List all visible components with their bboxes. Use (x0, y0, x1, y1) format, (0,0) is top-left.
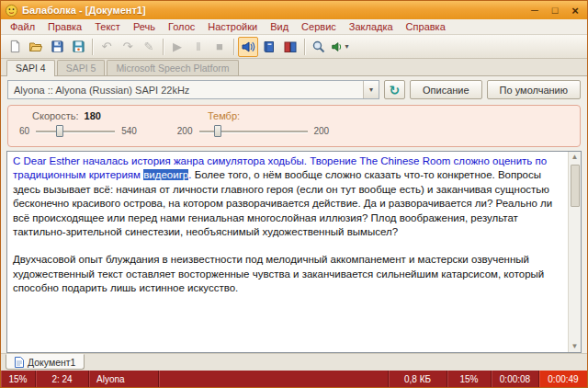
save-audio-icon (72, 40, 85, 53)
toolbar: ↶ ↷ ✎ ▶ ‖ ■ ▾ (1, 35, 587, 59)
tab-document1[interactable]: Документ1 (6, 354, 85, 370)
stop-button[interactable]: ■ (209, 37, 230, 57)
status-file-size: 0,8 КБ (389, 371, 447, 387)
undo-icon: ↶ (102, 40, 112, 52)
menu-file[interactable]: Файл (4, 20, 41, 33)
menu-bar: Файл Правка Текст Речь Голос Настройки В… (1, 19, 587, 35)
dictionary-icon (262, 40, 277, 54)
default-voice-button[interactable]: По умолчанию (487, 80, 581, 99)
tab-microsoft-speech-platform[interactable]: Microsoft Speech Platform (107, 60, 238, 75)
undo-button[interactable]: ↶ (96, 37, 117, 57)
paragraph-1: С Dear Esther началась история жанра сим… (13, 154, 564, 239)
toolbar-separator (92, 39, 93, 55)
read-aloud-icon (241, 40, 255, 54)
paragraph-2: Двухчасовой опыт блуждания в неизвестнос… (13, 253, 564, 295)
status-voice-name: Alyona (89, 371, 159, 387)
app-window: Балаболка - [Документ1] ─ □ × Файл Правк… (0, 0, 588, 388)
engine-tabstrip: SAPI 4 SAPI 5 Microsoft Speech Platform (1, 59, 587, 76)
pronunciation-dictionaries-button[interactable] (280, 37, 300, 57)
menu-help[interactable]: Справка (400, 20, 452, 33)
speed-value: 180 (85, 110, 101, 121)
menu-bookmark[interactable]: Закладка (343, 20, 400, 33)
menu-text[interactable]: Текст (88, 20, 127, 33)
document-tab-label: Документ1 (28, 357, 75, 368)
tab-sapi4[interactable]: SAPI 4 (6, 60, 55, 76)
status-cursor-position: 2: 24 (36, 371, 89, 387)
voice-row: Alyona :: Alyona (Russian) SAPI 22kHz ▾ … (1, 76, 587, 103)
menu-speech[interactable]: Речь (127, 20, 162, 33)
new-document-button[interactable] (5, 37, 25, 57)
voice-select[interactable]: Alyona :: Alyona (Russian) SAPI 22kHz ▾ (7, 80, 379, 99)
scrollbar-thumb[interactable] (571, 165, 580, 207)
play-button[interactable]: ▶ (167, 37, 187, 57)
menu-view[interactable]: Вид (264, 20, 295, 33)
speed-slider-track[interactable] (36, 131, 115, 133)
save-audio-button[interactable] (68, 37, 88, 57)
scroll-down-icon[interactable]: ▼ (571, 341, 579, 352)
voice-parameters-panel: Скорость: 180 Тембр: 60 540 200 200 (7, 105, 581, 147)
timbre-label: Тембр: (208, 110, 240, 121)
status-progress-percent: 15% (447, 371, 492, 387)
tab-sapi5[interactable]: SAPI 5 (57, 60, 106, 75)
menu-voice[interactable]: Голос (162, 20, 201, 33)
stop-icon: ■ (216, 40, 223, 52)
speed-min-label: 60 (19, 126, 29, 136)
voice-select-value: Alyona :: Alyona (Russian) SAPI 22kHz (8, 85, 363, 96)
timbre-slider-thumb[interactable] (214, 125, 221, 137)
describe-voice-button[interactable]: Описание (410, 80, 482, 99)
new-document-icon (8, 40, 22, 53)
magnifier-icon (311, 40, 326, 54)
edit-button[interactable]: ✎ (139, 37, 159, 57)
spoken-word-highlight: видеоигр (143, 169, 188, 180)
speed-max-label: 540 (121, 126, 137, 136)
speed-slider[interactable] (36, 125, 115, 137)
timbre-max-label: 200 (314, 126, 330, 136)
status-total-time: 0:00:49 (539, 371, 587, 387)
edit-icon: ✎ (144, 40, 154, 52)
status-elapsed-time: 0:00:08 (492, 371, 539, 387)
app-icon (5, 4, 18, 17)
pause-button[interactable]: ‖ (188, 37, 209, 57)
redo-button[interactable]: ↷ (118, 37, 138, 57)
title-bar: Балаболка - [Документ1] ─ □ × (1, 1, 587, 19)
maximize-button[interactable]: □ (545, 3, 565, 17)
window-title: Балаболка - [Документ1] (22, 5, 525, 16)
status-spacer (159, 371, 389, 387)
refresh-icon: ↻ (390, 83, 401, 97)
scroll-up-icon[interactable]: ▲ (571, 152, 579, 163)
text-editor[interactable]: С Dear Esther началась история жанра сим… (6, 151, 582, 353)
save-document-button[interactable] (47, 37, 67, 57)
open-folder-icon (28, 40, 43, 54)
menu-service[interactable]: Сервис (295, 20, 343, 33)
chevron-down-icon: ▾ (345, 42, 348, 51)
close-button[interactable]: × (565, 3, 585, 17)
paragraph-2-text: Двухчасовой опыт блуждания в неизвестнос… (13, 254, 544, 293)
play-icon: ▶ (173, 40, 182, 52)
toolbar-separator (163, 39, 164, 55)
timbre-min-label: 200 (177, 126, 193, 136)
status-bar: 15% 2: 24 Alyona 0,8 КБ 15% 0:00:08 0:00… (1, 371, 587, 387)
toolbar-separator (233, 39, 234, 55)
open-document-button[interactable] (26, 37, 46, 57)
speed-label: Скорость: (32, 110, 79, 121)
status-percent-left: 15% (1, 371, 36, 387)
combo-dropdown-icon[interactable]: ▾ (363, 81, 379, 98)
zoom-button[interactable] (309, 37, 329, 57)
document-icon (15, 357, 24, 368)
save-icon (51, 40, 64, 53)
menu-settings[interactable]: Настройки (201, 20, 264, 33)
toolbar-separator (304, 39, 305, 55)
refresh-voices-button[interactable]: ↻ (384, 80, 405, 99)
minimize-button[interactable]: ─ (525, 3, 545, 17)
pause-icon: ‖ (196, 40, 200, 52)
vertical-scrollbar[interactable]: ▲ ▼ (568, 152, 581, 352)
books-icon (283, 40, 298, 54)
speed-slider-thumb[interactable] (56, 125, 63, 137)
voice-menu-button[interactable]: ▾ (330, 37, 350, 57)
menu-edit[interactable]: Правка (41, 20, 88, 33)
read-aloud-button[interactable] (238, 37, 258, 57)
speaker-icon (331, 40, 344, 53)
dictionary-button[interactable] (259, 37, 279, 57)
timbre-slider[interactable] (199, 125, 308, 137)
redo-icon: ↷ (123, 40, 133, 52)
